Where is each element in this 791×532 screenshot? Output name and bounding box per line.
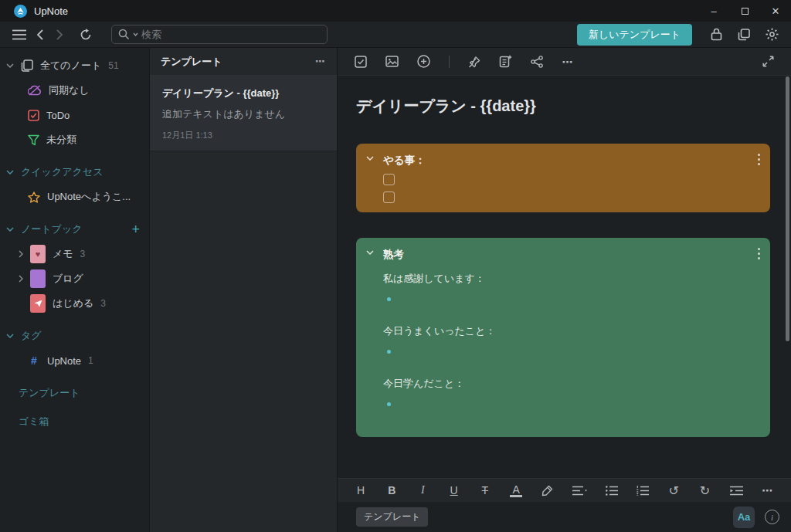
editor-more-button[interactable]: ⋯ bbox=[562, 54, 574, 69]
strikethrough-button[interactable]: T bbox=[479, 483, 491, 498]
new-template-button[interactable]: 新しいテンプレート bbox=[577, 24, 692, 46]
todo-checkbox-icon bbox=[28, 110, 39, 121]
note-list-panel: テンプレート ⋯ デイリープラン - {{date}} 追加テキストはありません… bbox=[149, 48, 338, 532]
note-add-icon bbox=[499, 55, 512, 68]
bold-button[interactable]: B bbox=[385, 483, 398, 498]
sidebar-item-todo[interactable]: ToDo bbox=[0, 103, 149, 127]
align-button[interactable] bbox=[572, 483, 587, 498]
maximize-icon bbox=[742, 8, 749, 15]
insert-more-button[interactable] bbox=[417, 55, 430, 68]
note-list-item[interactable]: デイリープラン - {{date}} 追加テキストはありません 12月1日 1:… bbox=[150, 76, 337, 151]
notebook-cover-getting-started bbox=[30, 294, 46, 313]
collapse-chevron-icon[interactable] bbox=[366, 156, 374, 161]
format-toolbar: H B I U T A ↺ ↻ bbox=[338, 478, 791, 502]
section-menu-button[interactable] bbox=[758, 248, 760, 259]
expand-editor-button[interactable] bbox=[762, 56, 774, 67]
settings-button[interactable] bbox=[762, 25, 782, 45]
add-notebook-button[interactable]: + bbox=[131, 222, 140, 236]
bullet-item[interactable] bbox=[387, 345, 758, 357]
sidebar-item-label: UpNoteへようこ... bbox=[47, 190, 131, 204]
collapse-chevron-icon[interactable] bbox=[366, 250, 374, 255]
bullet-item[interactable] bbox=[387, 398, 758, 410]
indent-button[interactable] bbox=[730, 483, 743, 498]
minimize-icon: – bbox=[711, 5, 716, 17]
nav-back-button[interactable] bbox=[29, 25, 49, 45]
todo-section-block[interactable]: やる事： bbox=[356, 144, 770, 212]
note-item-title: デイリープラン - {{date}} bbox=[162, 86, 324, 100]
bullet-item[interactable] bbox=[387, 293, 758, 305]
template-tag-badge[interactable]: テンプレート bbox=[356, 507, 428, 527]
sidebar-section-tags[interactable]: タグ bbox=[0, 324, 149, 348]
expand-icon bbox=[762, 56, 774, 67]
bullet-dot-icon bbox=[387, 297, 391, 301]
align-left-icon bbox=[572, 486, 587, 496]
section-label: タグ bbox=[21, 329, 42, 343]
insert-checkbox-button[interactable] bbox=[355, 56, 367, 68]
todo-checkbox[interactable] bbox=[383, 191, 395, 203]
close-button[interactable]: ✕ bbox=[760, 0, 791, 22]
sidebar-item-uncategorized[interactable]: 未分類 bbox=[0, 127, 149, 152]
tag-count: 1 bbox=[88, 355, 93, 366]
sidebar-section-notebooks[interactable]: ノートブック + bbox=[0, 217, 149, 242]
sidebar-notebook-getting-started[interactable]: はじめる 3 bbox=[0, 291, 149, 316]
bullet-dot-icon bbox=[387, 402, 391, 406]
star-icon bbox=[28, 191, 40, 203]
hamburger-icon bbox=[12, 29, 26, 40]
todo-section-title: やる事： bbox=[383, 154, 758, 168]
share-button[interactable] bbox=[531, 56, 543, 68]
multi-window-button[interactable] bbox=[734, 25, 754, 45]
note-item-preview: 追加テキストはありません bbox=[162, 107, 324, 121]
typography-button[interactable]: Aa bbox=[733, 507, 755, 528]
save-as-template-button[interactable] bbox=[499, 55, 512, 68]
section-menu-button[interactable] bbox=[758, 154, 760, 165]
italic-button[interactable]: I bbox=[416, 483, 429, 498]
numbered-list-button[interactable] bbox=[637, 483, 649, 498]
sidebar-item-welcome-note[interactable]: UpNoteへようこ... bbox=[0, 185, 149, 209]
sidebar-tag-upnote[interactable]: # UpNote 1 bbox=[0, 348, 149, 373]
sidebar-notebook-memo[interactable]: ♥ メモ 3 bbox=[0, 242, 149, 266]
refresh-button[interactable] bbox=[76, 25, 96, 45]
pin-note-button[interactable] bbox=[468, 56, 480, 68]
sidebar-item-trash[interactable]: ゴミ箱 bbox=[0, 409, 149, 434]
redo-button[interactable]: ↻ bbox=[698, 483, 711, 498]
lock-button[interactable] bbox=[706, 25, 726, 45]
titlebar: UpNote – ✕ bbox=[0, 0, 791, 22]
underline-button[interactable]: U bbox=[448, 483, 460, 498]
sidebar-item-templates[interactable]: テンプレート bbox=[0, 381, 149, 405]
search-input[interactable] bbox=[141, 29, 321, 40]
editor-scrollbar[interactable] bbox=[786, 76, 789, 341]
window-controls: – ✕ bbox=[698, 0, 791, 22]
insert-image-button[interactable] bbox=[385, 56, 399, 67]
sidebar-item-label: 全てのノート bbox=[40, 59, 101, 73]
heading-button[interactable]: H bbox=[355, 483, 367, 498]
search-box[interactable] bbox=[111, 25, 328, 44]
notebook-cover-memo: ♥ bbox=[30, 245, 46, 263]
section-label: ノートブック bbox=[21, 222, 83, 236]
sidebar-section-quick-access[interactable]: クイックアクセス bbox=[0, 160, 149, 185]
sidebar-item-unsynced[interactable]: 同期なし bbox=[0, 78, 149, 103]
share-icon bbox=[531, 56, 543, 68]
nav-forward-button[interactable] bbox=[49, 25, 70, 45]
todo-checkbox[interactable] bbox=[383, 174, 395, 185]
sidebar-item-label: 同期なし bbox=[49, 83, 90, 97]
sidebar-item-label: 未分類 bbox=[46, 133, 76, 147]
note-list-more-button[interactable]: ⋯ bbox=[315, 56, 326, 67]
heart-icon: ♥ bbox=[36, 250, 41, 259]
reflection-section-block[interactable]: 熟考 私は感謝しています： 今日うまくいったこと： 今日学んだこと： bbox=[356, 238, 770, 437]
note-editor-content[interactable]: デイリープラン - {{date}} やる事： 熟考 私は感謝しています： 今日… bbox=[338, 76, 791, 532]
sidebar-notebook-blog[interactable]: ブログ bbox=[0, 266, 149, 291]
pin-icon bbox=[468, 56, 480, 68]
minimize-button[interactable]: – bbox=[698, 0, 729, 22]
note-title[interactable]: デイリープラン - {{date}} bbox=[356, 96, 770, 117]
undo-button[interactable]: ↺ bbox=[667, 483, 680, 498]
info-button[interactable]: i bbox=[765, 510, 779, 524]
toolbar-right-icons bbox=[706, 25, 782, 45]
sidebar-toggle-button[interactable] bbox=[9, 25, 29, 45]
format-more-button[interactable]: ⋯ bbox=[762, 483, 774, 498]
cloud-off-icon bbox=[28, 85, 42, 96]
highlight-button[interactable] bbox=[541, 483, 553, 498]
bullet-list-button[interactable] bbox=[606, 483, 618, 498]
font-color-button[interactable]: A bbox=[510, 484, 522, 497]
maximize-button[interactable] bbox=[729, 0, 760, 22]
sidebar-item-all-notes[interactable]: 全てのノート 51 bbox=[0, 53, 149, 78]
